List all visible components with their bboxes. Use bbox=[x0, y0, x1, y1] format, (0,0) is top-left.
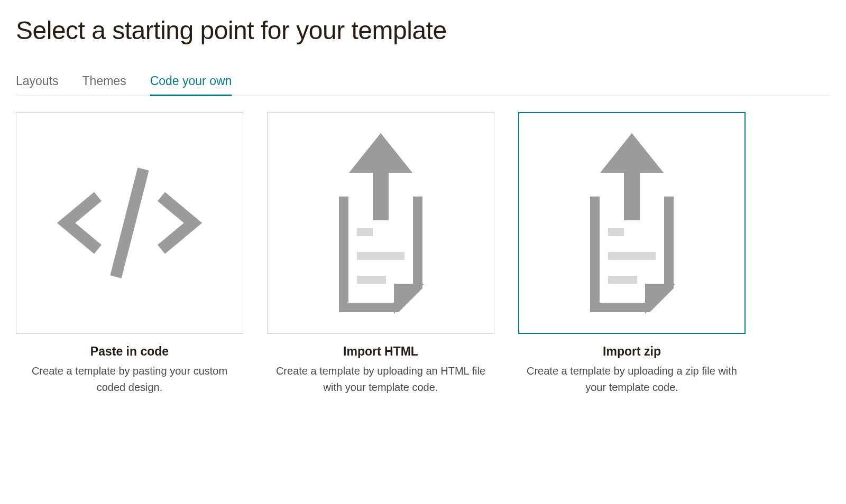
svg-rect-11 bbox=[608, 252, 656, 260]
upload-document-icon bbox=[317, 128, 444, 318]
tab-layouts[interactable]: Layouts bbox=[16, 74, 59, 96]
code-brackets-icon bbox=[50, 160, 209, 286]
tab-code-your-own[interactable]: Code your own bbox=[150, 74, 232, 96]
svg-marker-7 bbox=[600, 133, 664, 220]
card-description: Create a template by uploading a zip fil… bbox=[518, 363, 746, 396]
tab-themes[interactable]: Themes bbox=[82, 74, 126, 96]
upload-document-icon bbox=[568, 128, 695, 318]
svg-rect-10 bbox=[608, 228, 624, 236]
svg-rect-6 bbox=[357, 276, 386, 284]
svg-marker-1 bbox=[349, 133, 412, 220]
page-title: Select a starting point for your templat… bbox=[16, 16, 830, 45]
svg-line-0 bbox=[116, 169, 143, 277]
card-box bbox=[267, 112, 494, 334]
card-title: Paste in code bbox=[16, 344, 243, 359]
card-paste-in-code[interactable]: Paste in code Create a template by pasti… bbox=[16, 112, 243, 396]
tabs-container: Layouts Themes Code your own bbox=[16, 74, 830, 96]
card-box bbox=[16, 112, 243, 334]
cards-container: Paste in code Create a template by pasti… bbox=[16, 112, 830, 396]
card-description: Create a template by uploading an HTML f… bbox=[267, 363, 494, 396]
card-box bbox=[518, 112, 746, 334]
svg-rect-4 bbox=[357, 228, 373, 236]
card-title: Import zip bbox=[518, 344, 746, 359]
card-import-html[interactable]: Import HTML Create a template by uploadi… bbox=[267, 112, 494, 396]
svg-rect-5 bbox=[357, 252, 404, 260]
card-description: Create a template by pasting your custom… bbox=[16, 363, 243, 396]
svg-rect-12 bbox=[608, 276, 637, 284]
card-import-zip[interactable]: Import zip Create a template by uploadin… bbox=[518, 112, 746, 396]
card-title: Import HTML bbox=[267, 344, 494, 359]
